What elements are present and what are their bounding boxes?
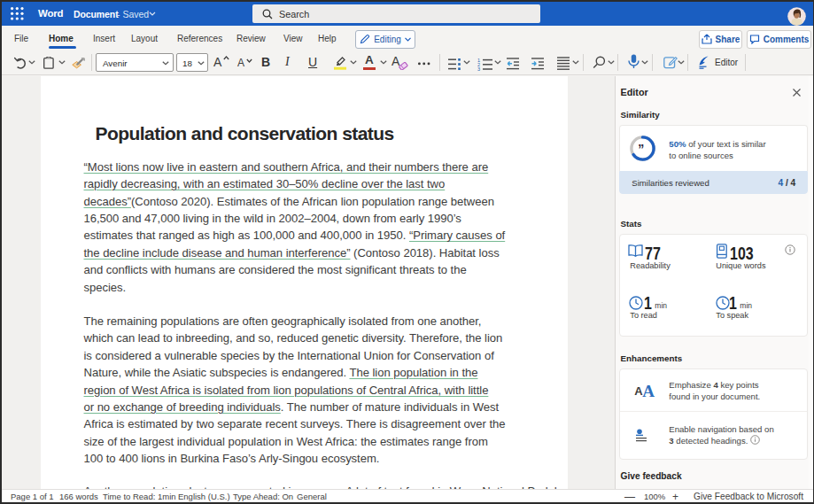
svg-text:”: ” (638, 142, 644, 156)
svg-text:3: 3 (477, 66, 480, 71)
